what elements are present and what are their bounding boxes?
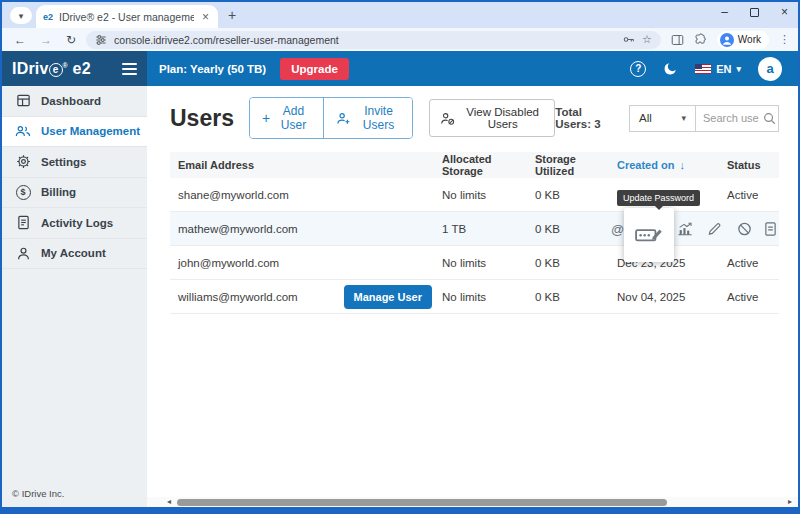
disable-ban-icon[interactable] <box>737 221 752 236</box>
usage-graph-icon[interactable] <box>677 221 693 236</box>
manage-user-button[interactable]: Manage User <box>344 285 432 309</box>
browser-toolbar: ← → ↻ console.idrivee2.com/reseller-user… <box>2 28 798 51</box>
sidebar-item-label: User Management <box>41 125 140 137</box>
sidebar-item-label: Billing <box>41 186 76 198</box>
view-disabled-users-button[interactable]: View Disabled Users <box>429 99 555 137</box>
user-actions-group: + Add User Invite Users <box>249 97 413 139</box>
sidebar-item-activity-logs[interactable]: Activity Logs <box>2 208 147 239</box>
cell-status: Active <box>727 189 779 201</box>
scroll-right-icon[interactable]: ▸ <box>788 497 792 507</box>
address-bar[interactable]: console.idrivee2.com/reseller-user-manag… <box>86 31 661 49</box>
user-avatar[interactable]: a <box>758 57 782 81</box>
window-controls: – × <box>721 5 788 19</box>
idrive-e2-logo: IDrive® e2 <box>12 60 91 78</box>
filter-dropdown[interactable]: All ▾ <box>630 106 696 131</box>
sidebar-item-label: Activity Logs <box>41 217 113 229</box>
header-storage-utilized: Storage Utilized <box>535 153 617 177</box>
sidebar-item-my-account[interactable]: My Account <box>2 239 147 270</box>
add-user-button[interactable]: + Add User <box>250 98 323 138</box>
search-input[interactable] <box>703 112 759 124</box>
chevron-down-icon: ▾ <box>19 11 24 21</box>
reload-button[interactable]: ↻ <box>62 33 80 47</box>
activity-log-icon[interactable] <box>764 221 777 236</box>
cell-email: shane@myworld.com <box>170 189 442 201</box>
table-row[interactable]: williams@myworld.com Manage User No limi… <box>170 280 779 314</box>
invite-users-button[interactable]: Invite Users <box>323 98 412 138</box>
update-password-tooltip: Update Password <box>617 190 700 206</box>
browser-menu-icon[interactable]: ⋮ <box>779 33 790 46</box>
header-email: Email Address <box>170 159 442 171</box>
cell-allocated: No limits <box>442 189 535 201</box>
tab-strip: ▾ e2 IDrive® e2 - User management × + – … <box>2 2 798 28</box>
cell-utilized: 0 KB <box>535 189 617 201</box>
forward-button[interactable]: → <box>36 33 56 47</box>
table-row[interactable]: mathew@myworld.com 1 TB 0 KB @ <box>170 212 779 246</box>
help-icon[interactable]: ? <box>630 61 646 77</box>
table-header-row: Email Address Allocated Storage Storage … <box>170 152 779 178</box>
gear-icon <box>15 154 31 169</box>
update-password-button[interactable] <box>624 208 674 262</box>
sidebar-item-label: Settings <box>41 156 86 168</box>
users-table: Email Address Allocated Storage Storage … <box>170 152 779 314</box>
window-close-button[interactable]: × <box>781 5 788 19</box>
back-button[interactable]: ← <box>10 33 30 47</box>
profile-button[interactable]: Work <box>717 31 769 49</box>
scrollbar-thumb[interactable] <box>177 499 667 506</box>
horizontal-scrollbar[interactable]: ◂ ▸ <box>147 497 798 507</box>
person-icon <box>15 246 31 261</box>
cell-allocated: No limits <box>442 291 535 303</box>
browser-tab[interactable]: e2 IDrive® e2 - User management × <box>36 5 218 28</box>
maximize-button[interactable] <box>750 8 759 17</box>
search-icon <box>763 112 776 125</box>
hamburger-menu-icon[interactable] <box>122 63 137 75</box>
chevron-down-icon: ▾ <box>681 113 686 123</box>
header-status: Status <box>727 159 779 171</box>
scroll-left-icon[interactable]: ◂ <box>167 497 171 507</box>
extensions-puzzle-icon[interactable] <box>694 33 707 46</box>
header-right: ? EN ▾ a <box>630 57 782 81</box>
search-box <box>696 106 778 131</box>
password-key-icon[interactable] <box>622 33 635 46</box>
cell-allocated: No limits <box>442 257 535 269</box>
plus-icon: + <box>262 113 270 123</box>
toolbar-icons: Work ⋮ <box>671 31 790 49</box>
header-created-on[interactable]: Created on ↓ <box>617 159 727 171</box>
site-settings-icon[interactable] <box>95 34 107 46</box>
sidebar-item-settings[interactable]: Settings <box>2 147 147 178</box>
cell-status: Active <box>727 291 779 303</box>
tab-close-icon[interactable]: × <box>200 10 211 24</box>
password-edit-icon <box>635 225 663 245</box>
dark-mode-moon-icon[interactable] <box>663 61 678 76</box>
browser-window: ▾ e2 IDrive® e2 - User management × + – … <box>0 0 800 514</box>
minimize-button[interactable]: – <box>721 5 728 19</box>
filter-search-group: All ▾ <box>629 105 779 132</box>
us-flag-icon <box>695 64 711 74</box>
app-body: Dashboard User Management Settings $ Bil… <box>2 86 798 507</box>
sidebar-item-user-management[interactable]: User Management <box>2 117 147 148</box>
at-icon[interactable]: @ <box>611 221 624 236</box>
upgrade-button[interactable]: Upgrade <box>280 58 349 80</box>
edit-pencil-icon[interactable] <box>707 221 722 236</box>
cell-email: williams@myworld.com Manage User <box>170 285 442 309</box>
sidebar-item-billing[interactable]: $ Billing <box>2 178 147 209</box>
profile-avatar-icon <box>720 33 734 47</box>
page-title: Users <box>170 105 234 132</box>
new-tab-button[interactable]: + <box>228 7 236 23</box>
url-text: console.idrivee2.com/reseller-user-manag… <box>114 34 615 46</box>
bookmark-star-icon[interactable]: ☆ <box>642 33 652 46</box>
header-allocated-storage: Allocated Storage <box>442 153 535 177</box>
app-header: IDrive® e2 Plan: Yearly (50 TB) Upgrade … <box>2 51 798 86</box>
sidebar-item-label: My Account <box>41 247 106 259</box>
sidebar: Dashboard User Management Settings $ Bil… <box>2 86 147 507</box>
total-users-count: Total Users: 3 <box>555 106 617 130</box>
copyright-text: © IDrive Inc. <box>12 488 64 499</box>
tab-search-button[interactable]: ▾ <box>10 7 32 24</box>
cell-status: Active <box>727 257 779 269</box>
document-icon <box>15 215 31 230</box>
sidebar-item-dashboard[interactable]: Dashboard <box>2 86 147 117</box>
invite-user-icon <box>336 112 351 125</box>
side-panel-icon[interactable] <box>671 34 684 46</box>
disabled-user-icon <box>440 112 455 125</box>
language-selector[interactable]: EN ▾ <box>695 63 741 75</box>
table-row[interactable]: john@myworld.com No limits 0 KB Dec 23, … <box>170 246 779 280</box>
